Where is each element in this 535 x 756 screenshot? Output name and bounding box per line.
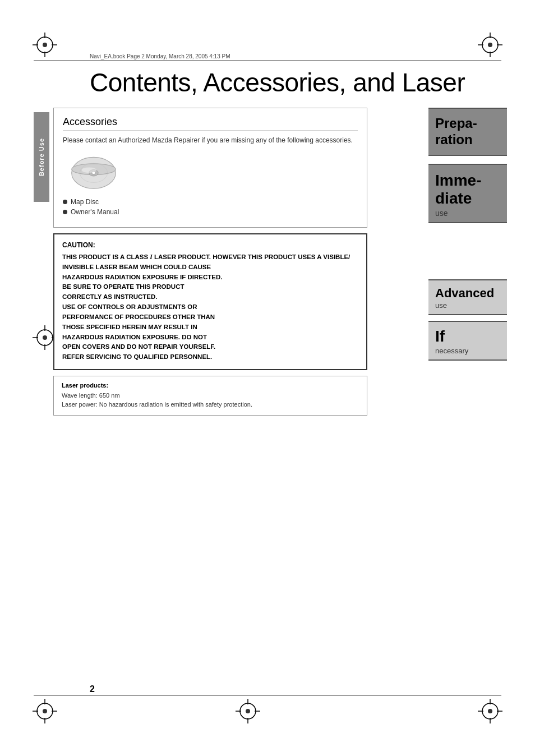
accessories-title: Accessories: [63, 116, 358, 131]
nav-immediate-title: Imme-diate: [435, 172, 500, 208]
laser-products-section: Laser products: Wave length: 650 nm Lase…: [53, 376, 367, 416]
accessories-section: Accessories Please contact an Authorized…: [53, 108, 367, 228]
nav-item-immediate: Imme-diate use: [428, 165, 507, 222]
reg-mark-top-left: [33, 33, 57, 57]
nav-preparation-title: Prepa-ration: [435, 116, 500, 148]
nav-immediate-subtitle: use: [435, 209, 500, 218]
accessories-description: Please contact an Authorized Mazda Repai…: [63, 135, 358, 145]
accessories-item-manual: Owner's Manual: [63, 208, 358, 216]
svg-point-46: [82, 167, 96, 173]
bullet-manual: [63, 210, 67, 214]
reg-mark-top-right: [478, 33, 502, 57]
disc-image-container: [63, 152, 358, 192]
nav-advanced-title: Advanced: [435, 286, 500, 300]
svg-point-41: [488, 709, 492, 713]
nav-spacer-1: [428, 156, 507, 164]
disc-image: [68, 152, 119, 192]
laser-products-title: Laser products:: [62, 382, 359, 389]
accessories-item-map: Map Disc: [63, 198, 358, 206]
caution-body: THIS PRODUCT IS A CLASS I LASER PRODUCT.…: [62, 252, 358, 362]
nav-if-title: If: [435, 328, 500, 345]
nav-advanced-subtitle: use: [435, 301, 500, 310]
page-title: Contents, Accessories, and Laser: [90, 67, 465, 98]
before-use-tab: Before Use: [34, 112, 49, 202]
nav-item-if-necessary: If necessary: [428, 322, 507, 359]
laser-products-line2: Laser power: No hazardous radiation is e…: [62, 400, 359, 409]
svg-point-17: [43, 335, 47, 340]
nav-spacer-2: [428, 223, 507, 279]
caution-section: CAUTION: THIS PRODUCT IS A CLASS I LASER…: [53, 233, 367, 370]
svg-point-35: [246, 709, 250, 713]
svg-point-11: [488, 43, 492, 47]
svg-point-29: [43, 709, 47, 713]
reg-mark-bottom-center: [236, 699, 260, 723]
nav-rule-7: [428, 359, 507, 361]
page-number: 2: [90, 684, 95, 694]
header-rule: [34, 61, 501, 61]
laser-products-line1: Wave length: 650 nm: [62, 391, 359, 400]
reg-mark-bottom-right: [478, 699, 502, 723]
caution-title: CAUTION:: [62, 241, 358, 249]
accessories-list: Map Disc Owner's Manual: [63, 198, 358, 216]
header-file-info: Navi_EA.book Page 2 Monday, March 28, 20…: [90, 53, 230, 59]
reg-mark-bottom-left: [33, 699, 57, 723]
nav-if-subtitle: necessary: [435, 347, 500, 355]
accessories-item-map-label: Map Disc: [71, 198, 99, 206]
roman-numeral-one: I: [150, 253, 152, 260]
right-nav: Prepa-ration Imme-diate use Advanced use…: [428, 108, 507, 361]
svg-point-5: [43, 43, 47, 47]
nav-spacer-3: [428, 315, 507, 321]
accessories-item-manual-label: Owner's Manual: [71, 208, 119, 216]
bottom-rule: [34, 695, 501, 695]
nav-item-preparation: Prepa-ration: [428, 109, 507, 155]
bullet-map: [63, 200, 67, 204]
before-use-label: Before Use: [38, 138, 45, 176]
main-content: Accessories Please contact an Authorized…: [53, 108, 367, 416]
nav-item-advanced: Advanced use: [428, 280, 507, 314]
